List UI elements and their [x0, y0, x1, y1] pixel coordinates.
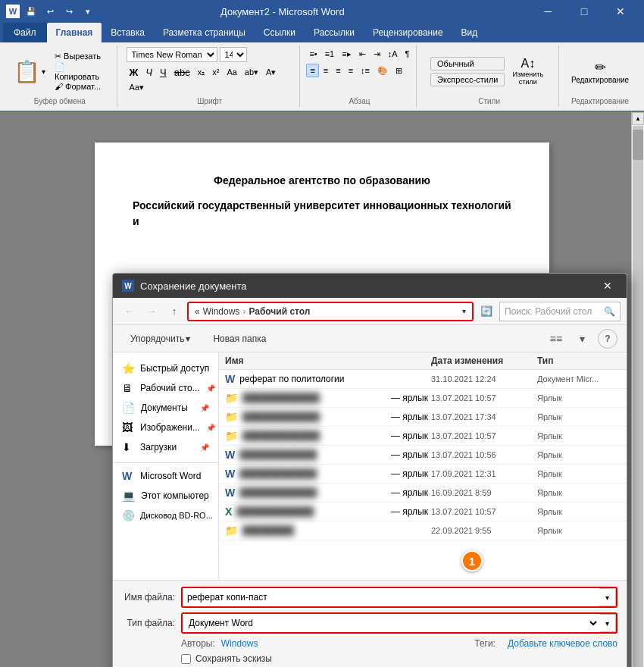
- file-list[interactable]: Имя Дата изменения Тип W реферат по поли…: [219, 352, 627, 580]
- path-dropdown-button[interactable]: ▾: [462, 307, 466, 315]
- file-name: ████████████: [242, 431, 391, 441]
- file-row[interactable]: 📁 ████████████ — ярлык 13.07.2021 10:57 …: [219, 427, 627, 446]
- dialog-overlay: W Сохранение документа 1 ✕ ← → ↑ « Windo…: [0, 0, 644, 667]
- file-row[interactable]: W ████████████ — ярлык 13.07.2021 10:56 …: [219, 446, 627, 465]
- nav-forward-button[interactable]: →: [142, 302, 161, 321]
- file-icon-word: W: [225, 373, 235, 385]
- file-name: ████████████: [239, 468, 391, 479]
- col-name-header: Имя: [225, 355, 431, 366]
- folder-icon: 📁: [225, 430, 238, 442]
- sidebar-images[interactable]: 🖼 Изображени... 📌: [113, 418, 218, 437]
- file-row[interactable]: X ████████████ — ярлык 13.07.2021 10:57 …: [219, 503, 627, 521]
- file-row[interactable]: 📁 ████████████ — ярлык 13.07.2021 17:34 …: [219, 408, 627, 427]
- file-name-suffix: — ярлык: [391, 449, 428, 460]
- documents-icon: 📄: [122, 402, 135, 414]
- step-1-indicator: 1: [461, 550, 483, 571]
- filetype-select[interactable]: Документ Word: [183, 614, 599, 632]
- dialog-title: Сохранение документа: [140, 280, 247, 292]
- file-date: 13.07.2021 10:57: [431, 507, 537, 516]
- word-icon: W: [225, 468, 235, 480]
- new-folder-button[interactable]: Новая папка: [205, 329, 274, 349]
- desktop-label: Рабочий сто...: [140, 383, 200, 393]
- sidebar-downloads[interactable]: ⬇ Загрузки 📌: [113, 437, 218, 457]
- file-name-suffix: — ярлык: [391, 468, 428, 479]
- save-dialog: W Сохранение документа 1 ✕ ← → ↑ « Windo…: [112, 273, 627, 667]
- sidebar-desktop[interactable]: 🖥 Рабочий сто... 📌: [113, 378, 218, 398]
- path-prefix: «: [195, 306, 200, 317]
- file-name-suffix: — ярлык: [391, 431, 428, 441]
- sidebar-quick-access[interactable]: ⭐ Быстрый доступ: [113, 359, 218, 378]
- filetype-dropdown-button[interactable]: ▾: [599, 614, 616, 632]
- dialog-nav-bar: ← → ↑ « Windows › Рабочий стол ▾ 🔄 Поиск…: [113, 298, 627, 325]
- word-icon: W: [225, 487, 235, 499]
- file-name: ████████████: [239, 449, 391, 460]
- file-row[interactable]: 📁 ████████ 22.09.2021 9:55 Ярлык: [219, 521, 627, 540]
- save-thumbnails-checkbox[interactable]: [181, 654, 191, 664]
- file-date: 13.07.2021 10:57: [431, 393, 537, 402]
- quick-access-icon: ⭐: [122, 362, 134, 374]
- filename-dropdown-button[interactable]: ▾: [599, 588, 616, 606]
- tags-label: Теги:: [474, 638, 496, 649]
- file-date: 17.09.2021 12:31: [431, 469, 537, 478]
- dialog-toolbar: Упорядочить ▾ Новая папка ≡≡ ▾ ?: [113, 325, 627, 352]
- file-row[interactable]: W ████████████ — ярлык 17.09.2021 12:31 …: [219, 465, 627, 484]
- dialog-title-bar: W Сохранение документа 1 ✕: [113, 274, 627, 298]
- dialog-close-button[interactable]: ✕: [598, 276, 617, 296]
- msword-icon: W: [122, 470, 134, 482]
- filename-label: Имя файла:: [122, 592, 175, 603]
- author-label: Авторы:: [181, 638, 215, 649]
- author-value[interactable]: Windows: [221, 638, 258, 649]
- file-type: Ярлык: [537, 488, 621, 497]
- file-name: ████████████: [242, 393, 391, 403]
- refresh-button[interactable]: 🔄: [477, 302, 496, 321]
- path-bar[interactable]: « Windows › Рабочий стол ▾: [187, 302, 474, 321]
- sidebar-msword[interactable]: W Microsoft Word: [113, 466, 218, 486]
- this-pc-label: Этот компьютер: [141, 490, 209, 501]
- file-name-suffix: — ярлык: [391, 393, 428, 403]
- arrange-label: Упорядочить: [130, 334, 184, 344]
- file-name: реферат по политологии: [239, 374, 431, 384]
- dialog-logo: W: [122, 280, 134, 292]
- sidebar-dvd[interactable]: 💿 Дисковод BD-RO...: [113, 506, 218, 525]
- view-dropdown-button[interactable]: ▾: [572, 329, 592, 349]
- file-name-suffix: — ярлык: [391, 412, 428, 422]
- col-date-header: Дата изменения: [431, 355, 537, 366]
- file-name: ████████: [242, 525, 428, 536]
- desktop-pin: 📌: [206, 384, 215, 393]
- file-date: 22.09.2021 9:55: [431, 526, 537, 535]
- view-toggle-button[interactable]: ≡≡: [546, 329, 566, 349]
- file-date: 13.07.2021 10:57: [431, 431, 537, 440]
- file-name: ████████████: [242, 412, 391, 422]
- new-folder-label: Новая папка: [213, 334, 266, 344]
- folder-icon: 📁: [225, 411, 238, 423]
- file-row[interactable]: W реферат по политологии 31.10.2021 12:2…: [219, 370, 627, 389]
- documents-pin: 📌: [200, 404, 209, 412]
- file-date: 31.10.2021 12:24: [431, 374, 537, 384]
- search-box[interactable]: Поиск: Рабочий стол 🔍: [499, 302, 621, 321]
- search-placeholder: Поиск: Рабочий стол: [505, 306, 601, 317]
- file-type: Ярлык: [537, 450, 621, 459]
- sidebar-this-pc[interactable]: 💻 Этот компьютер: [113, 486, 218, 506]
- file-row[interactable]: W ████████████ — ярлык 16.09.2021 8:59 Я…: [219, 484, 627, 503]
- documents-label: Документы: [141, 402, 188, 413]
- downloads-label: Загрузки: [140, 442, 177, 452]
- arrange-dropdown-icon: ▾: [186, 334, 190, 344]
- sidebar-documents[interactable]: 📄 Документы 📌: [113, 398, 218, 418]
- downloads-icon: ⬇: [122, 441, 134, 453]
- word-icon: W: [225, 449, 235, 461]
- folder-icon: 📁: [225, 525, 238, 537]
- arrange-button[interactable]: Упорядочить ▾: [122, 329, 199, 349]
- nav-up-button[interactable]: ↑: [164, 302, 184, 321]
- nav-back-button[interactable]: ←: [119, 302, 139, 321]
- desktop-icon: 🖥: [122, 382, 134, 394]
- help-button[interactable]: ?: [598, 329, 617, 349]
- file-date: 13.07.2021 17:34: [431, 412, 537, 421]
- file-type: Ярлык: [537, 393, 621, 402]
- tags-add-button[interactable]: Добавьте ключевое слово: [508, 638, 617, 649]
- col-type-header: Тип: [537, 355, 621, 366]
- save-thumbnails-label: Сохранять эскизы: [195, 653, 272, 664]
- dialog-body: ⭐ Быстрый доступ 🖥 Рабочий сто... 📌 📄 До…: [113, 352, 627, 580]
- file-row[interactable]: 📁 ████████████ — ярлык 13.07.2021 10:57 …: [219, 389, 627, 408]
- file-type: Ярлык: [537, 526, 621, 535]
- filename-input[interactable]: [183, 588, 599, 606]
